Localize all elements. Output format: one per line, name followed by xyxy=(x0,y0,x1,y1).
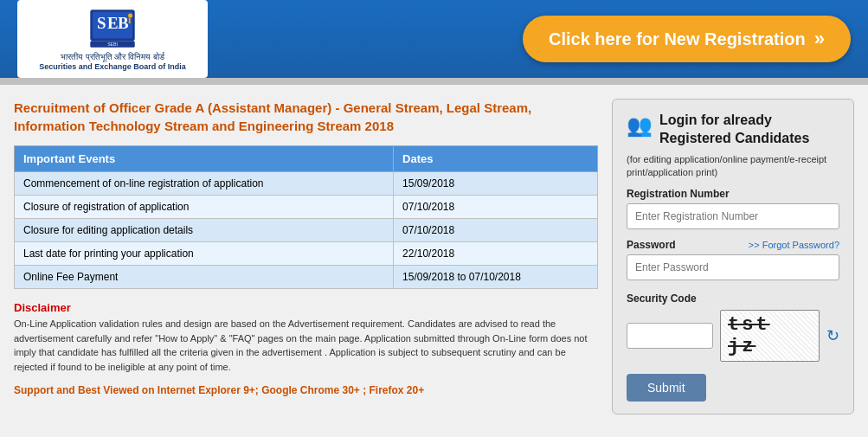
arrow-icon: » xyxy=(814,28,825,50)
forgot-password-row: >> Forgot Password? xyxy=(749,238,839,251)
table-row: 22/10/2018 xyxy=(394,242,598,266)
forgot-password-link[interactable]: Forgot Password? xyxy=(762,240,839,250)
password-input[interactable] xyxy=(627,254,839,280)
forgot-prefix: >> xyxy=(749,240,762,250)
disclaimer-section: Disclaimer On-Line Application validatio… xyxy=(14,301,598,374)
password-label: Password xyxy=(627,239,676,251)
refresh-captcha-icon[interactable]: ↻ xyxy=(826,326,839,345)
login-header: 👥 Login for already Registered Candidate… xyxy=(627,112,839,148)
table-row: 15/09/2018 xyxy=(394,172,598,196)
disclaimer-text: On-Line Application validation rules and… xyxy=(14,317,598,374)
table-row: Commencement of on-line registration of … xyxy=(15,172,394,196)
col1-header: Important Events xyxy=(15,146,394,172)
main-content: Recruitment of Officer Grade A (Assistan… xyxy=(0,85,868,428)
table-row: Last date for printing your application xyxy=(15,242,394,266)
login-subtitle: (for editing application/online payment/… xyxy=(627,153,839,180)
table-row: 07/10/2018 xyxy=(394,219,598,242)
reg-number-label: Registration Number xyxy=(627,188,839,200)
svg-text:SEBI: SEBI xyxy=(107,42,118,47)
password-row: Password >> Forgot Password? xyxy=(627,238,839,251)
svg-text:S: S xyxy=(97,14,106,32)
svg-text:B: B xyxy=(118,14,129,32)
security-code-input[interactable] xyxy=(627,323,713,349)
col2-header: Dates xyxy=(394,146,598,172)
svg-text:E: E xyxy=(107,14,119,32)
events-table: Important Events Dates Commencement of o… xyxy=(14,145,598,289)
table-row: Online Fee Payment xyxy=(15,266,394,289)
header-divider xyxy=(0,78,868,85)
captcha-image: tst jz xyxy=(720,310,820,362)
logo-english-text: Securities and Exchange Board of India xyxy=(39,62,186,71)
page-title: Recruitment of Officer Grade A (Assistan… xyxy=(14,99,598,135)
reg-number-input[interactable] xyxy=(627,203,839,229)
table-row: 15/09/2018 to 07/10/2018 xyxy=(394,266,598,289)
new-registration-button[interactable]: Click here for New Registration » xyxy=(523,16,851,62)
left-panel: Recruitment of Officer Grade A (Assistan… xyxy=(14,99,598,415)
header: S E B i SEBI भारतीय प्रतिभूति और विनिमय … xyxy=(0,0,868,78)
logo-hindi-text: भारतीय प्रतिभूति और विनिमय बोर्ड xyxy=(61,52,164,62)
table-row: Closure of registration of application xyxy=(15,196,394,219)
sebi-logo-icon: S E B i SEBI xyxy=(87,7,138,50)
login-title: Login for already Registered Candidates xyxy=(659,112,809,148)
login-icon: 👥 xyxy=(627,113,653,138)
security-section: Security Code tst jz ↻ xyxy=(627,292,839,362)
new-registration-label: Click here for New Registration xyxy=(549,29,806,49)
disclaimer-title: Disclaimer xyxy=(14,301,598,314)
logo-box: S E B i SEBI भारतीय प्रतिभूति और विनिमय … xyxy=(17,0,208,78)
support-text: Support and Best Viewed on Internet Expl… xyxy=(14,384,598,396)
submit-button[interactable]: Submit xyxy=(627,374,706,402)
table-row: Closure for editing application details xyxy=(15,219,394,242)
table-row: 07/10/2018 xyxy=(394,196,598,219)
security-code-label: Security Code xyxy=(627,292,839,305)
security-row: tst jz ↻ xyxy=(627,310,839,362)
svg-point-6 xyxy=(128,13,132,17)
login-panel: 👥 Login for already Registered Candidate… xyxy=(612,99,854,415)
